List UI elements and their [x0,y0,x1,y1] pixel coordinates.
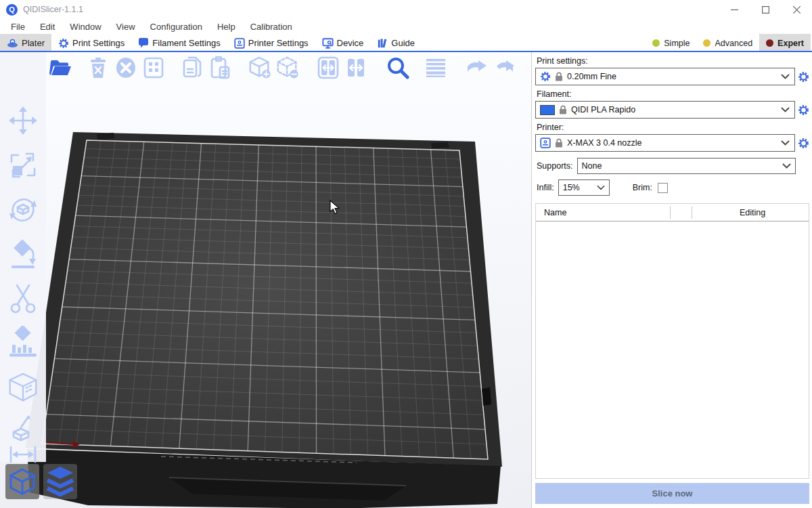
printer-combo[interactable]: X-MAX 3 0.4 nozzle [535,134,795,152]
chevron-down-icon [597,185,605,190]
build-plate[interactable] [42,140,488,459]
variable-layer-height-icon[interactable] [424,56,447,79]
supports-combo[interactable]: None [577,158,796,174]
print-settings-combo[interactable]: 0.20mm Fine [535,68,795,85]
brim-label: Brim: [633,183,652,192]
tab-print-settings[interactable]: Print Settings [51,34,131,52]
chevron-down-icon [782,163,791,169]
printer-icon [234,38,245,49]
menu-edit[interactable]: Edit [32,20,62,33]
delete-all-icon[interactable] [114,56,137,79]
preview-layers-view-icon[interactable] [43,464,77,499]
window-title: QIDISlicer-1.1.1 [23,5,83,14]
plate-clip-icon [431,142,449,148]
filament-value: QIDI PLA Rapido [571,105,777,114]
app-logo-icon: Q [6,4,18,16]
gear-icon [540,71,551,82]
chevron-down-icon [781,107,790,112]
move-icon[interactable] [7,105,39,136]
cut-icon[interactable] [7,282,39,315]
tab-filament-settings[interactable]: Filament Settings [131,34,227,52]
paste-icon[interactable] [209,56,232,79]
menu-calibration[interactable]: Calibration [243,20,300,33]
arrange-icon[interactable] [142,56,165,79]
filament-gear-button[interactable] [798,104,809,116]
printer-gear-button[interactable] [798,137,809,149]
column-editing[interactable]: Editing [692,208,812,217]
menu-view[interactable]: View [109,20,143,33]
seam-painting-icon[interactable] [7,371,39,406]
filament-icon [138,38,149,48]
print-settings-gear-button[interactable] [798,71,809,83]
add-instance-icon[interactable] [248,56,271,79]
tab-plater[interactable]: Plater [0,34,51,52]
open-icon[interactable] [49,56,72,79]
view-mode-toggles [5,464,77,499]
emboss-icon[interactable] [7,414,39,442]
filament-combo[interactable]: QIDI PLA Rapido [535,101,795,119]
object-list[interactable]: Name Editing [535,203,809,479]
split-to-objects-icon[interactable] [317,56,340,79]
search-icon[interactable] [386,56,409,79]
3d-editor-view-icon[interactable] [5,464,39,499]
right-sidebar: Print settings: 0.20mm Fine [531,52,812,508]
brim-checkbox[interactable] [658,183,668,193]
infill-label: Infill: [537,183,554,192]
menu-help[interactable]: Help [210,20,243,33]
advanced-dot-icon [703,39,710,47]
mode-expert[interactable]: Expert [759,34,811,52]
scale-icon[interactable] [7,150,39,181]
simple-dot-icon [652,39,660,47]
plater-icon [7,38,18,48]
menu-configuration[interactable]: Configuration [143,20,210,33]
paint-on-supports-icon[interactable] [7,326,39,360]
close-icon[interactable] [781,0,812,19]
maximize-icon[interactable] [750,0,781,19]
minimize-icon[interactable] [719,0,750,19]
left-toolbar [0,105,46,464]
redo-icon[interactable] [493,56,516,79]
tab-guide[interactable]: Guide [370,34,422,52]
3d-viewport[interactable] [0,52,531,508]
printer-icon [540,137,551,148]
mode-switcher: Simple Advanced Expert [646,34,812,52]
infill-combo[interactable]: 15% [558,179,610,196]
filament-color-swatch [540,105,555,115]
undo-icon[interactable] [465,56,488,79]
gear-icon [58,38,69,49]
menu-window[interactable]: Window [62,20,108,33]
printer-value: X-MAX 3 0.4 nozzle [567,138,777,148]
split-to-parts-icon[interactable] [344,56,367,79]
lock-icon [559,105,567,114]
mode-advanced[interactable]: Advanced [696,34,759,52]
object-list-header: Name Editing [536,204,809,221]
print-settings-value: 0.20mm Fine [567,72,777,81]
plate-clip-icon [482,387,491,406]
filament-label: Filament: [537,89,809,99]
column-name[interactable]: Name [536,208,566,217]
chevron-down-icon [781,74,790,79]
mouse-cursor [330,200,340,215]
slice-now-button[interactable]: Slice now [535,483,809,504]
rotate-icon[interactable] [7,194,39,226]
tab-printer-settings[interactable]: Printer Settings [227,34,315,52]
build-plate-scene[interactable] [0,52,531,508]
mode-simple[interactable]: Simple [646,34,696,52]
lock-icon [555,138,563,148]
measure-icon[interactable] [7,445,39,464]
delete-icon[interactable] [87,56,110,79]
device-icon [322,38,334,49]
remove-instance-icon[interactable] [276,56,299,79]
menu-file[interactable]: File [3,20,32,33]
top-toolbar [49,56,516,79]
tab-device[interactable]: Device [315,34,371,52]
copy-icon[interactable] [181,56,204,79]
supports-value: None [582,161,778,171]
infill-value: 15% [563,183,593,192]
guide-books-icon [377,38,388,49]
expert-dot-icon [766,39,773,47]
title-bar: Q QIDISlicer-1.1.1 [0,0,812,19]
place-on-face-icon[interactable] [7,239,39,270]
print-settings-label: Print settings: [537,56,809,66]
supports-label: Supports: [537,161,573,171]
